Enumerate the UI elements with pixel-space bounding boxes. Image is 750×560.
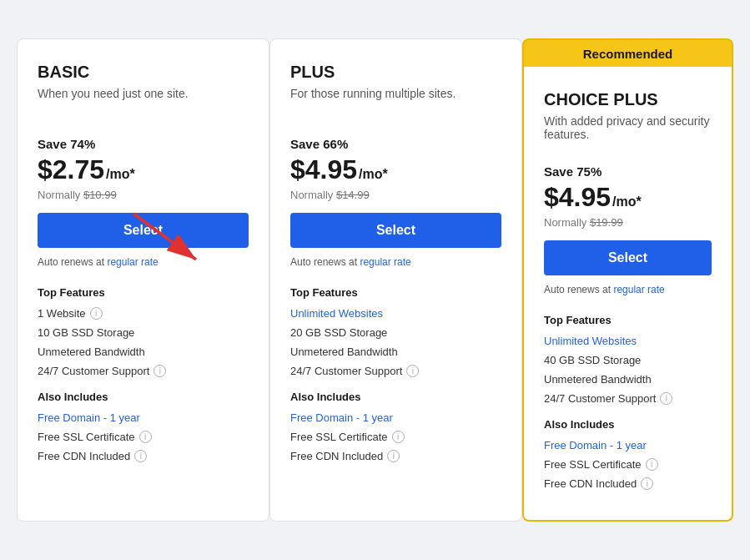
free-domain-link-plus[interactable]: Free Domain - 1 year bbox=[290, 411, 393, 424]
plan-card-basic: BASIC When you need just one site. Save … bbox=[17, 38, 269, 522]
pricing-container: BASIC When you need just one site. Save … bbox=[17, 38, 733, 522]
also-cp-1: Free SSL Certificate i bbox=[544, 458, 712, 471]
feature-plus-2: Unmetered Bandwidth bbox=[290, 346, 501, 358]
also-cp-0: Free Domain - 1 year bbox=[544, 439, 712, 452]
price-basic: $2.75 bbox=[38, 154, 104, 185]
regular-rate-link-choice-plus[interactable]: regular rate bbox=[613, 284, 664, 295]
features-section-choice-plus: Top Features Unlimited Websites 40 GB SS… bbox=[544, 314, 712, 405]
plan-desc-basic: When you need just one site. bbox=[38, 87, 249, 120]
feature-plus-0: Unlimited Websites bbox=[290, 307, 501, 320]
feature-cp-3: 24/7 Customer Support i bbox=[544, 392, 712, 405]
feature-cp-0: Unlimited Websites bbox=[544, 335, 712, 347]
recommended-wrapper: Recommended CHOICE PLUS With added priva… bbox=[522, 38, 733, 522]
top-features-title-choice-plus: Top Features bbox=[544, 314, 712, 326]
info-icon: i bbox=[90, 307, 103, 320]
feature-cp-2: Unmetered Bandwidth bbox=[544, 373, 712, 386]
price-choice-plus: $4.95 bbox=[544, 182, 611, 213]
info-icon: i bbox=[387, 450, 400, 462]
plan-card-plus: PLUS For those running multiple sites. S… bbox=[269, 38, 522, 522]
also-section-basic: Also Includes Free Domain - 1 year Free … bbox=[38, 391, 249, 462]
also-basic-0: Free Domain - 1 year bbox=[38, 411, 249, 424]
free-domain-link-basic[interactable]: Free Domain - 1 year bbox=[38, 411, 140, 424]
feature-basic-3: 24/7 Customer Support i bbox=[38, 365, 249, 377]
also-section-choice-plus: Also Includes Free Domain - 1 year Free … bbox=[544, 418, 712, 490]
also-basic-2: Free CDN Included i bbox=[38, 450, 249, 462]
feature-basic-2: Unmetered Bandwidth bbox=[38, 346, 249, 358]
select-button-plus[interactable]: Select bbox=[290, 213, 501, 248]
info-icon: i bbox=[392, 431, 405, 443]
feature-plus-1: 20 GB SSD Storage bbox=[290, 326, 501, 339]
price-row-choice-plus: $4.95 /mo* bbox=[544, 182, 712, 213]
price-row-plus: $4.95 /mo* bbox=[290, 154, 501, 185]
info-icon: i bbox=[406, 365, 419, 377]
unlimited-websites-link-plus[interactable]: Unlimited Websites bbox=[290, 307, 383, 320]
also-cp-2: Free CDN Included i bbox=[544, 477, 712, 490]
free-domain-link-cp[interactable]: Free Domain - 1 year bbox=[544, 439, 647, 452]
select-button-choice-plus[interactable]: Select bbox=[544, 240, 712, 275]
also-section-plus: Also Includes Free Domain - 1 year Free … bbox=[290, 391, 501, 462]
also-plus-1: Free SSL Certificate i bbox=[290, 431, 501, 443]
also-plus-2: Free CDN Included i bbox=[290, 450, 501, 462]
info-icon: i bbox=[139, 431, 152, 443]
auto-renew-basic: Auto renews at regular rate bbox=[38, 256, 249, 268]
feature-cp-1: 40 GB SSD Storage bbox=[544, 354, 712, 366]
price-normal-basic: Normally $10.99 bbox=[38, 189, 249, 201]
top-features-title-plus: Top Features bbox=[290, 286, 501, 299]
recommended-badge: Recommended bbox=[522, 38, 733, 68]
plan-desc-choice-plus: With added privacy and security features… bbox=[544, 114, 712, 148]
feature-plus-3: 24/7 Customer Support i bbox=[290, 365, 501, 377]
plan-card-choice-plus: CHOICE PLUS With added privacy and secur… bbox=[522, 67, 733, 522]
save-label-choice-plus: Save 75% bbox=[544, 164, 712, 179]
plan-name-plus: PLUS bbox=[290, 63, 501, 82]
feature-basic-0: 1 Website i bbox=[38, 307, 249, 320]
plan-name-choice-plus: CHOICE PLUS bbox=[544, 90, 712, 109]
info-icon: i bbox=[646, 458, 658, 471]
price-suffix-basic: /mo* bbox=[106, 167, 135, 182]
price-row-basic: $2.75 /mo* bbox=[38, 154, 249, 185]
info-icon: i bbox=[660, 392, 672, 405]
top-features-title-basic: Top Features bbox=[38, 286, 249, 299]
plan-desc-plus: For those running multiple sites. bbox=[290, 87, 501, 120]
also-basic-1: Free SSL Certificate i bbox=[38, 431, 249, 443]
price-normal-plus: Normally $14.99 bbox=[290, 189, 501, 201]
price-suffix-plus: /mo* bbox=[359, 167, 388, 182]
select-button-basic[interactable]: Select bbox=[38, 213, 249, 248]
unlimited-websites-link-cp[interactable]: Unlimited Websites bbox=[544, 335, 637, 347]
save-label-basic: Save 74% bbox=[38, 137, 249, 151]
also-includes-title-cp: Also Includes bbox=[544, 418, 712, 431]
also-includes-title-basic: Also Includes bbox=[38, 391, 249, 403]
features-section-basic: Top Features 1 Website i 10 GB SSD Stora… bbox=[38, 286, 249, 377]
regular-rate-link-plus[interactable]: regular rate bbox=[360, 256, 410, 268]
features-section-plus: Top Features Unlimited Websites 20 GB SS… bbox=[290, 286, 501, 377]
price-normal-choice-plus: Normally $19.99 bbox=[544, 216, 712, 229]
plan-name-basic: BASIC bbox=[38, 63, 249, 82]
info-icon: i bbox=[154, 365, 166, 377]
price-plus: $4.95 bbox=[290, 154, 357, 185]
price-suffix-choice-plus: /mo* bbox=[612, 194, 642, 209]
auto-renew-plus: Auto renews at regular rate bbox=[290, 256, 501, 268]
feature-basic-1: 10 GB SSD Storage bbox=[38, 326, 249, 339]
also-includes-title-plus: Also Includes bbox=[290, 391, 501, 403]
save-label-plus: Save 66% bbox=[290, 137, 501, 151]
auto-renew-choice-plus: Auto renews at regular rate bbox=[544, 284, 712, 295]
info-icon: i bbox=[641, 477, 653, 490]
regular-rate-link-basic[interactable]: regular rate bbox=[107, 256, 158, 268]
also-plus-0: Free Domain - 1 year bbox=[290, 411, 501, 424]
info-icon: i bbox=[134, 450, 147, 462]
